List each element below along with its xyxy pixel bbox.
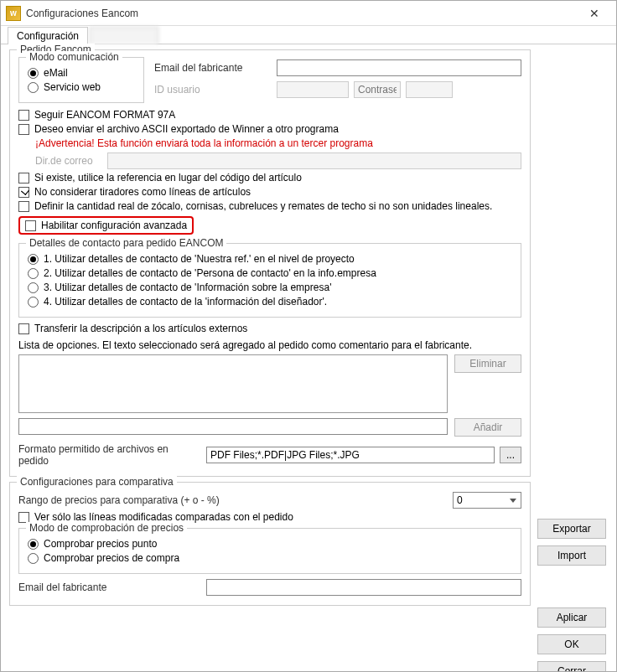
contrasena-label-input <box>354 81 401 98</box>
chk-transferir-desc[interactable] <box>18 323 29 334</box>
chk-transferir-desc-label: Transferir la descripción a los artículo… <box>34 323 247 334</box>
radio-precios-compra-row[interactable]: Comprobar precios de compra <box>28 552 512 564</box>
rango-label: Rango de precios para comparativa (+ o -… <box>18 494 448 506</box>
radio-contacto-2-row[interactable]: 2. Utilizar detalles de contacto de 'Per… <box>28 267 512 279</box>
radio-contacto-3[interactable] <box>28 282 39 293</box>
chk-habilitar-avanzada[interactable] <box>25 220 36 231</box>
chk-ref-articulo[interactable] <box>18 173 29 184</box>
formato-label: Formato permitido de archivos en pedido <box>18 443 201 467</box>
radio-contacto-4-row[interactable]: 4. Utilizar detalles de contacto de la '… <box>28 296 512 308</box>
cerrar-button[interactable]: Cerrar <box>537 661 606 672</box>
chk-habilitar-avanzada-label: Habilitar configuración avanzada <box>41 220 187 231</box>
window-title: Configuraciones Eancom <box>26 8 578 19</box>
chk-ref-articulo-label: Si existe, utilice la referencia en luga… <box>34 172 302 184</box>
radio-precios-compra-label: Comprobar precios de compra <box>44 552 179 564</box>
group-pedido-eancom: Pedido Eancom Modo comunicación eMail Se… <box>9 49 531 477</box>
radio-precios-compra[interactable] <box>28 553 39 564</box>
chk-ref-articulo-row[interactable]: Si existe, utilice la referencia en luga… <box>18 172 521 184</box>
radio-contacto-3-row[interactable]: 3. Utilizar detalles de contacto de 'Inf… <box>28 282 512 293</box>
group-modo-precios: Modo de comprobación de precios Comproba… <box>18 528 521 574</box>
dir-correo-label: Dir.de correo <box>35 155 102 167</box>
radio-email-label: eMail <box>44 67 68 79</box>
chk-export-ascii-label: Deseo enviar el archivo ASCII exportado … <box>34 123 339 135</box>
radio-contacto-3-label: 3. Utilizar detalles de contacto de 'Inf… <box>44 282 331 293</box>
radio-contacto-1-label: 1. Utilizar detalles de contacto de 'Nue… <box>44 253 355 265</box>
chk-definir-cantidad[interactable] <box>18 201 29 212</box>
email-fabricante-label: Email del fabricante <box>154 62 272 74</box>
group-contacto-legend: Detalles de contacto para pedido EANCOM <box>26 237 226 249</box>
tab-configuracion[interactable]: Configuración <box>8 27 88 44</box>
formato-input[interactable] <box>206 447 495 463</box>
radio-contacto-4[interactable] <box>28 297 39 308</box>
email-fabricante2-input[interactable] <box>206 579 521 596</box>
group-modo-comunicacion: Modo comunicación eMail Servicio web <box>18 57 144 103</box>
contrasena-input <box>406 81 453 98</box>
add-option-input[interactable] <box>18 418 448 435</box>
id-usuario-input <box>277 81 349 98</box>
aplicar-button[interactable]: Aplicar <box>537 607 606 628</box>
warning-text: ¡Advertencia! Esta función enviará toda … <box>35 137 521 149</box>
email-fabricante2-label: Email del fabricante <box>18 582 201 593</box>
exportar-button[interactable]: Exportar <box>537 519 606 539</box>
chk-ver-modificadas-row[interactable]: Ver sólo las líneas modificadas comparad… <box>18 511 521 523</box>
group-modo-precios-legend: Modo de comprobación de precios <box>26 522 187 534</box>
rango-value: 0 <box>457 494 463 506</box>
option-list[interactable] <box>18 354 448 413</box>
import-button[interactable]: Import <box>537 545 606 566</box>
lista-opciones-label: Lista de opciones. El texto seleccionado… <box>18 339 521 351</box>
tab-bar: Configuración xxxxxxxx <box>1 26 616 44</box>
id-usuario-label: ID usuario <box>154 84 272 96</box>
tab-second[interactable]: xxxxxxxx <box>90 27 158 44</box>
close-button[interactable]: ✕ <box>578 2 611 25</box>
radio-webservice-row[interactable]: Servicio web <box>28 81 135 93</box>
radio-webservice[interactable] <box>28 82 39 93</box>
radio-contacto-4-label: 4. Utilizar detalles de contacto de la '… <box>44 296 327 308</box>
chk-format97a[interactable] <box>18 110 29 121</box>
chk-definir-cantidad-row[interactable]: Definir la cantidad real de zócalo, corn… <box>18 200 521 212</box>
group-comparativa-legend: Configuraciones para comparativa <box>17 476 177 488</box>
group-modo-legend: Modo comunicación <box>26 51 122 63</box>
radio-precios-punto-row[interactable]: Comprobar precios punto <box>28 538 512 550</box>
ok-button[interactable]: OK <box>537 634 606 654</box>
chk-no-tiradores[interactable] <box>18 187 29 198</box>
radio-email-row[interactable]: eMail <box>28 67 135 79</box>
email-fabricante-input[interactable] <box>277 59 521 76</box>
group-comparativa: Configuraciones para comparativa Rango d… <box>9 482 531 606</box>
eliminar-button[interactable]: Eliminar <box>454 354 521 373</box>
radio-email[interactable] <box>28 68 39 79</box>
radio-contacto-2-label: 2. Utilizar detalles de contacto de 'Per… <box>44 267 376 279</box>
chk-transferir-desc-row[interactable]: Transferir la descripción a los artículo… <box>18 323 521 334</box>
rango-combo[interactable]: 0 <box>453 492 521 509</box>
chk-format97a-label: Seguir EANCOM FORMAT 97A <box>34 109 175 121</box>
radio-contacto-2[interactable] <box>28 268 39 279</box>
side-buttons: Exportar Import Aplicar OK Cerrar <box>537 49 608 672</box>
chk-ver-modificadas-label: Ver sólo las líneas modificadas comparad… <box>34 511 293 523</box>
chk-no-tiradores-row[interactable]: No considerar tiradores como líneas de a… <box>18 186 521 198</box>
highlight-habilitar-avanzada: Habilitar configuración avanzada <box>18 216 194 235</box>
group-contacto: Detalles de contacto para pedido EANCOM … <box>18 243 521 318</box>
dir-correo-input <box>107 152 521 169</box>
chk-definir-cantidad-label: Definir la cantidad real de zócalo, corn… <box>34 200 492 212</box>
radio-contacto-1-row[interactable]: 1. Utilizar detalles de contacto de 'Nue… <box>28 253 512 265</box>
radio-contacto-1[interactable] <box>28 254 39 265</box>
chk-export-ascii[interactable] <box>18 124 29 135</box>
chk-format97a-row[interactable]: Seguir EANCOM FORMAT 97A <box>18 109 521 121</box>
anadir-button[interactable]: Añadir <box>454 418 521 437</box>
chk-export-ascii-row[interactable]: Deseo enviar el archivo ASCII exportado … <box>18 123 521 135</box>
chk-no-tiradores-label: No considerar tiradores como líneas de a… <box>34 186 251 198</box>
chk-ver-modificadas[interactable] <box>18 512 29 523</box>
app-icon: w <box>6 6 21 21</box>
formato-browse-button[interactable]: ... <box>500 447 521 463</box>
radio-precios-punto[interactable] <box>28 539 39 550</box>
titlebar: w Configuraciones Eancom ✕ <box>1 1 616 26</box>
radio-webservice-label: Servicio web <box>44 81 101 93</box>
radio-precios-punto-label: Comprobar precios punto <box>44 538 157 550</box>
